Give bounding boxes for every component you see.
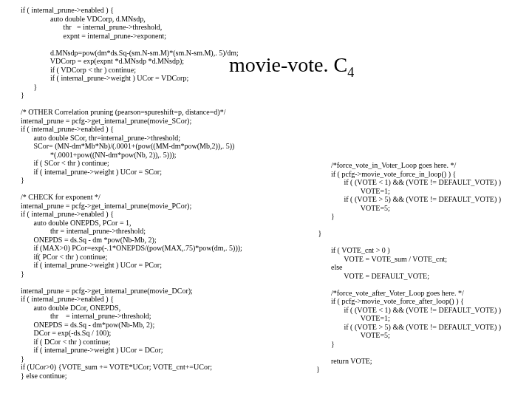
code-block-right: /*force_vote_in_Voter_Loop goes here. */… <box>316 161 501 374</box>
code-block-left: if ( internal_prune->enabled ) { auto do… <box>6 6 242 380</box>
page-title: movie-vote. C4 <box>229 53 354 80</box>
title-main: movie-vote. C <box>229 53 347 76</box>
title-subscript: 4 <box>347 65 354 80</box>
